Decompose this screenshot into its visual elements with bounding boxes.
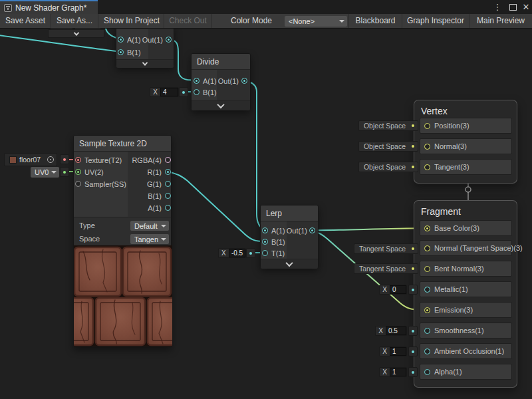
smoothness-value-field[interactable]: X 0.5	[375, 326, 407, 336]
texture-connector[interactable]	[60, 154, 69, 164]
color-mode-dropdown[interactable]: <None>	[285, 16, 347, 27]
binding-label: Tangent Space	[359, 245, 406, 253]
alpha-connector[interactable]	[408, 367, 418, 377]
divide-b-value-field[interactable]: X 4	[150, 87, 179, 97]
x-value[interactable]: 0.5	[386, 327, 406, 335]
texture-swatch	[9, 156, 17, 164]
metallic-connector[interactable]	[408, 285, 418, 295]
main-preview-button[interactable]: Main Preview	[469, 14, 532, 28]
vertex-row-normal[interactable]: Normal(3)	[420, 138, 512, 154]
tab-new-shader-graph[interactable]: New Shader Graph*	[0, 0, 98, 14]
port-sample-b[interactable]	[165, 193, 171, 199]
x-value[interactable]: 1	[390, 347, 406, 356]
fragment-row-base-color[interactable]: Base Color(3)	[420, 220, 512, 236]
divide-b-connector[interactable]	[179, 87, 188, 97]
space-binding-pill[interactable]: Tangent Space	[354, 263, 418, 274]
collapsed-node-expand-bar[interactable]	[48, 29, 104, 38]
object-picker-icon[interactable]	[47, 156, 54, 163]
row-label: Emission(3)	[434, 307, 473, 314]
fragment-row-smoothness[interactable]: Smoothness(1)	[420, 323, 512, 338]
lerp-t-connector[interactable]	[246, 248, 255, 258]
port-fragment-normal[interactable]	[424, 245, 430, 251]
port-fragment-bent-normal[interactable]	[424, 266, 430, 272]
type-dropdown[interactable]: Default	[130, 221, 169, 231]
port-sample-uv[interactable]	[75, 169, 81, 175]
port-fragment-metallic[interactable]	[424, 287, 430, 293]
fragment-row-alpha[interactable]: Alpha(1)	[420, 364, 512, 380]
port-vertex-tangent[interactable]	[424, 164, 430, 170]
port-vertex-position[interactable]	[424, 123, 430, 129]
x-value[interactable]: 1	[390, 368, 406, 376]
node-collapse-bar[interactable]	[116, 59, 174, 68]
fragment-row-metallic[interactable]: Metallic(1)	[420, 281, 512, 297]
space-binding-pill[interactable]: Object Space	[358, 162, 418, 172]
lerp-t-value-field[interactable]: X -0.5	[218, 248, 246, 258]
port-label-texture: Texture(T2)	[84, 157, 122, 164]
port-topnode-out[interactable]	[166, 37, 172, 43]
ambient-occlusion-connector[interactable]	[408, 346, 418, 356]
port-fragment-ambient-occlusion[interactable]	[424, 348, 430, 354]
save-asset-button[interactable]: Save Asset	[0, 14, 51, 28]
graph-inspector-button[interactable]: Graph Inspector	[402, 14, 469, 28]
port-sample-rgba[interactable]	[165, 157, 171, 163]
port-label-a: A(1)	[127, 37, 141, 44]
ambient-occlusion-value-field[interactable]: X 1	[379, 346, 407, 356]
fragment-row-normal[interactable]: Normal (Tangent Space)(3)	[420, 240, 512, 256]
save-as-button[interactable]: Save As...	[51, 14, 98, 28]
space-binding-pill[interactable]: Object Space	[358, 120, 418, 131]
alpha-value-field[interactable]: X 1	[379, 367, 407, 377]
metallic-value-field[interactable]: X 0	[379, 285, 407, 295]
port-divide-b[interactable]	[194, 89, 200, 95]
smoothness-connector[interactable]	[408, 326, 418, 336]
space-dropdown[interactable]: Tangent	[130, 234, 169, 244]
node-collapse-bar[interactable]	[192, 100, 250, 110]
port-fragment-emission[interactable]	[424, 307, 430, 313]
port-sample-a[interactable]	[165, 205, 171, 211]
port-divide-out[interactable]	[241, 78, 247, 84]
port-sample-r[interactable]	[165, 169, 171, 175]
fragment-row-bent-normal[interactable]: Bent Normal(3)	[420, 261, 512, 277]
uv-connector[interactable]	[60, 167, 69, 177]
block-title: Vertex	[421, 106, 448, 116]
space-value: Tangent	[134, 235, 158, 243]
texture-object-field[interactable]: floor07	[4, 153, 57, 166]
port-topnode-b[interactable]	[118, 49, 124, 55]
port-lerp-b[interactable]	[262, 239, 268, 245]
x-value[interactable]: 0	[390, 285, 406, 294]
node-collapse-bar[interactable]	[261, 259, 318, 269]
blackboard-button[interactable]: Blackboard	[348, 14, 402, 28]
x-label: X	[380, 347, 390, 356]
port-lerp-a[interactable]	[262, 227, 268, 233]
port-label-rgba: RGBA(4)	[132, 157, 162, 164]
show-in-project-button[interactable]: Show In Project	[100, 14, 164, 28]
x-value[interactable]: -0.5	[229, 249, 245, 257]
vertex-row-tangent[interactable]: Tangent(3)	[420, 159, 512, 175]
port-vertex-normal[interactable]	[424, 144, 430, 150]
maximize-icon[interactable]	[507, 0, 519, 14]
port-fragment-smoothness[interactable]	[424, 328, 430, 334]
fragment-row-emission[interactable]: Emission(3)	[420, 302, 512, 318]
uv-channel-dropdown[interactable]: UV0	[31, 167, 59, 178]
port-sample-g[interactable]	[165, 181, 171, 187]
port-fragment-base-color[interactable]	[424, 225, 430, 231]
x-label: X	[219, 249, 229, 257]
node-lerp[interactable]: Lerp A(1) B(1) T(1) Out(1)	[260, 205, 319, 268]
x-value[interactable]: 4	[160, 88, 178, 96]
port-sample-texture[interactable]	[75, 157, 81, 163]
node-sample-texture-2d[interactable]: Sample Texture 2D Texture(T2) UV(2) Samp…	[73, 135, 172, 347]
port-fragment-alpha[interactable]	[424, 369, 430, 375]
close-icon[interactable]: ✕	[520, 0, 532, 14]
port-divide-a[interactable]	[194, 78, 200, 84]
port-lerp-out[interactable]	[309, 227, 315, 233]
port-sample-sampler[interactable]	[75, 181, 81, 187]
port-topnode-a[interactable]	[118, 37, 124, 43]
graph-canvas[interactable]: A(1) B(1) Out(1) Divide A(1) B(1) Out(1)…	[0, 29, 532, 399]
chevron-down-icon	[217, 101, 224, 108]
space-binding-pill[interactable]: Tangent Space	[354, 243, 418, 254]
node-top-math[interactable]: A(1) B(1) Out(1)	[116, 25, 174, 67]
fragment-row-ambient-occlusion[interactable]: Ambient Occlusion(1)	[420, 343, 512, 359]
vertex-row-position[interactable]: Position(3)	[420, 118, 512, 134]
window-menu-icon[interactable]: ⋮	[492, 0, 503, 14]
space-binding-pill[interactable]: Object Space	[358, 141, 418, 152]
port-lerp-t[interactable]	[262, 250, 268, 256]
